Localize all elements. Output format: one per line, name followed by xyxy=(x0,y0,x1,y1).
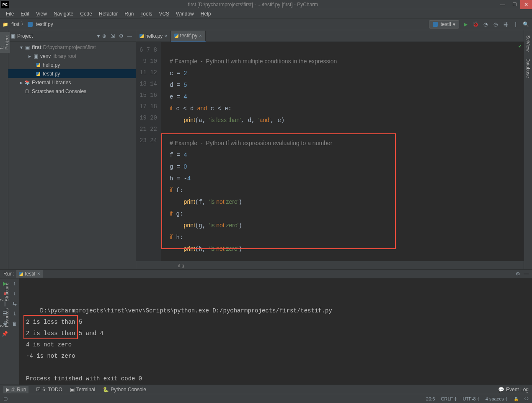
run-tab-name: testif xyxy=(25,271,35,277)
folder-icon: ▣ xyxy=(33,53,39,59)
scroll-from-source-icon[interactable]: ⊕ xyxy=(101,32,108,40)
editor-breadcrumb[interactable]: if g xyxy=(136,261,524,269)
tree-scratches-label: Scratches and Consoles xyxy=(32,88,86,94)
code-content[interactable]: # Example - Python If with multiple cond… xyxy=(161,42,524,261)
down-stack-button[interactable]: ↓ xyxy=(10,289,19,299)
line-separator[interactable]: CRLF ‡ xyxy=(441,396,457,401)
menu-help[interactable]: Help xyxy=(197,10,214,18)
collapse-all-icon[interactable]: ⇲ xyxy=(109,32,116,40)
menu-window[interactable]: Window xyxy=(173,10,197,18)
project-tool-window: ▣ Project ▾ ⊕ ⇲ ⚙ — ▾ ▣ first D:\pycharm… xyxy=(8,30,136,269)
run-config-dropdown[interactable]: testif ▾ xyxy=(429,20,459,29)
tree-external-libs[interactable]: ▸ External Libraries xyxy=(8,78,136,87)
close-icon[interactable]: × xyxy=(37,271,40,277)
hide-icon[interactable]: — xyxy=(126,32,133,40)
run-console[interactable]: D:\pycharmprojects\first\venv\Scripts\py… xyxy=(19,278,532,385)
search-everywhere-button[interactable]: 🔍 xyxy=(522,21,529,28)
menu-navigate[interactable]: Navigate xyxy=(50,10,77,18)
bottom-toolwindow-bar: ▶ 4: Run ☑ 6: TODO ▣ Terminal 🐍 Python C… xyxy=(0,385,532,394)
up-stack-button[interactable]: ↑ xyxy=(10,278,19,289)
toolwin-pyconsole[interactable]: 🐍 Python Console xyxy=(103,387,146,393)
chevron-down-icon: ▾ xyxy=(18,44,24,50)
python-icon xyxy=(35,62,41,68)
toolwin-terminal[interactable]: ▣ Terminal xyxy=(70,387,95,393)
tree-root[interactable]: ▾ ▣ first D:\pycharmprojects\first xyxy=(8,43,136,52)
settings-icon[interactable]: ⚙ xyxy=(117,32,125,40)
run-button[interactable]: ▶ xyxy=(462,21,469,28)
clear-all-button[interactable]: 🗑 xyxy=(10,319,19,329)
app-logo: PC xyxy=(1,1,9,8)
annotation-highlight-box xyxy=(23,315,78,339)
menu-code[interactable]: Code xyxy=(77,10,96,18)
tab-favorites[interactable]: 2: Favorites xyxy=(0,305,10,330)
left-toolwindow-bar: 1: Project 7: Structure 2: Favorites xyxy=(0,30,8,269)
debug-button[interactable]: 🐞 xyxy=(472,21,479,28)
tree-scratches[interactable]: 🗒 Scratches and Consoles xyxy=(8,87,136,96)
editor-tab-testif[interactable]: testif.py × xyxy=(171,31,206,42)
toolwin-eventlog[interactable]: 💬 Event Log xyxy=(498,387,529,393)
toolwin-run[interactable]: ▶ 4: Run xyxy=(3,386,28,393)
run-header: Run: testif × ⚙ — xyxy=(0,270,532,278)
menu-view[interactable]: View xyxy=(33,10,50,18)
menu-run[interactable]: Run xyxy=(121,10,137,18)
menu-refactor[interactable]: Refactor xyxy=(96,10,121,18)
breadcrumb-file[interactable]: testif.py xyxy=(36,21,53,27)
python-icon xyxy=(139,34,144,38)
tab-sciview[interactable]: SciView xyxy=(525,32,532,55)
soft-wrap-button[interactable]: ⇆ xyxy=(10,299,19,309)
caret-position[interactable]: 20:6 xyxy=(426,396,435,401)
run-tab[interactable]: testif × xyxy=(16,270,42,278)
editor-tab-hello[interactable]: hello.py × xyxy=(136,31,171,42)
tab-label: testif.py xyxy=(180,33,197,39)
profile-button[interactable]: ◷ xyxy=(492,21,499,28)
python-icon xyxy=(174,34,178,38)
menu-file[interactable]: File xyxy=(3,10,17,18)
project-header: ▣ Project ▾ ⊕ ⇲ ⚙ — xyxy=(8,30,136,42)
coverage-button[interactable]: ◔ xyxy=(482,21,489,28)
chevron-down-icon[interactable]: ▾ xyxy=(97,33,100,39)
tree-file-hello[interactable]: hello.py xyxy=(8,60,136,69)
tree-venv[interactable]: ▸ ▣ venv library root xyxy=(8,52,136,60)
gutter[interactable]: 6 7 8 9 10 11 12 13 14 15 16 17 18 19 20… xyxy=(136,42,161,261)
statusbar: ▢ 20:6 CRLF ‡ UTF-8 ‡ 4 spaces ‡ ⎔ xyxy=(0,394,532,403)
concurrency-button[interactable]: ⇶ xyxy=(502,21,509,28)
toolwindow-toggle-icon[interactable]: ▢ xyxy=(3,396,8,401)
tree-venv-name: venv xyxy=(40,53,51,59)
close-icon[interactable]: × xyxy=(199,33,201,38)
chevron-down-icon: ▾ xyxy=(453,21,455,27)
breadcrumb-folder[interactable]: first xyxy=(11,21,19,27)
right-toolwindow-bar: SciView Database xyxy=(524,30,532,269)
editor-tabs: hello.py × testif.py × xyxy=(136,30,524,42)
tab-structure[interactable]: 7: Structure xyxy=(0,279,10,305)
tree-ext-label: External Libraries xyxy=(32,80,71,86)
menu-edit[interactable]: Edit xyxy=(17,10,33,18)
tab-project[interactable]: 1: Project xyxy=(0,32,10,53)
tree-venv-hint: library root xyxy=(52,53,76,59)
settings-icon[interactable]: ⚙ xyxy=(516,271,520,277)
tree-root-name: first xyxy=(32,44,41,50)
maximize-button[interactable]: ☐ xyxy=(509,0,520,9)
menu-vcs[interactable]: VCS xyxy=(155,10,173,18)
python-icon xyxy=(19,272,23,276)
code-editor[interactable]: 6 7 8 9 10 11 12 13 14 15 16 17 18 19 20… xyxy=(136,42,524,261)
hide-icon[interactable]: — xyxy=(524,271,529,277)
tab-database[interactable]: Database xyxy=(525,55,532,81)
scroll-to-end-button[interactable]: ⤓ xyxy=(10,309,19,319)
branch-icon[interactable]: ⎔ xyxy=(524,396,529,401)
indent-setting[interactable]: 4 spaces ‡ xyxy=(486,396,508,401)
project-tree[interactable]: ▾ ▣ first D:\pycharmprojects\first ▸ ▣ v… xyxy=(8,42,136,269)
close-icon[interactable]: × xyxy=(164,34,167,39)
chevron-right-icon: ▸ xyxy=(27,53,33,59)
python-icon xyxy=(28,22,33,27)
close-button[interactable]: ✕ xyxy=(520,0,532,9)
file-encoding[interactable]: UTF-8 ‡ xyxy=(462,396,479,401)
toolwin-todo[interactable]: ☑ 6: TODO xyxy=(36,387,62,393)
tree-file-testif[interactable]: testif.py xyxy=(8,69,136,78)
minimize-button[interactable]: — xyxy=(497,0,509,9)
folder-icon xyxy=(3,21,10,27)
lock-icon[interactable] xyxy=(514,396,519,401)
inspections-ok-icon[interactable]: ✔ xyxy=(518,44,522,49)
menu-tools[interactable]: Tools xyxy=(137,10,155,18)
project-title: Project xyxy=(17,33,97,39)
navbar: first 〉 testif.py testif ▾ ▶ 🐞 ◔ ◷ ⇶ | 🔍 xyxy=(0,18,532,30)
